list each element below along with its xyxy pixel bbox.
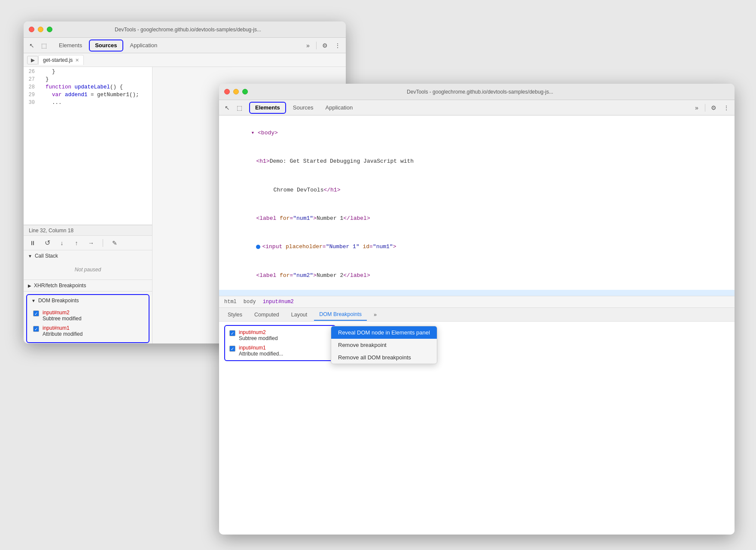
context-menu: Reveal DOM node in Elements panel Remove… bbox=[331, 326, 437, 364]
bottom-bp-panel: ✓ input#num2 Subtree modified ✓ input#nu… bbox=[219, 322, 735, 535]
bottom-bp-text-1: input#num1 Attribute modified... bbox=[239, 345, 283, 357]
tab-computed[interactable]: Computed bbox=[249, 309, 284, 321]
html-line-input2-selected[interactable]: <input placeholder="Number 2" id="num2">… bbox=[219, 290, 735, 296]
tab-bar-icons-back: ↖ ⬚ bbox=[27, 41, 49, 50]
breadcrumb-html[interactable]: html bbox=[224, 299, 237, 305]
tab-application-back[interactable]: Application bbox=[125, 40, 163, 52]
file-tab-get-started[interactable]: get-started.js ✕ bbox=[38, 55, 84, 65]
file-tab-close[interactable]: ✕ bbox=[75, 58, 79, 63]
tab-sources-back[interactable]: Sources bbox=[89, 40, 123, 52]
step-over-button[interactable]: ↺ bbox=[43, 238, 52, 248]
call-stack-header[interactable]: ▼ Call Stack bbox=[24, 250, 152, 261]
step-button[interactable]: → bbox=[86, 238, 96, 248]
devtools-window-front: DevTools - googlechrome.github.io/devtoo… bbox=[219, 84, 735, 535]
edit-breakpoints-button[interactable]: ✎ bbox=[110, 238, 119, 248]
breadcrumb-body[interactable]: body bbox=[244, 299, 256, 305]
elements-panel[interactable]: ▾ <body> <h1>Demo: Get Started Debugging… bbox=[219, 115, 735, 296]
tab-sources-front[interactable]: Sources bbox=[288, 102, 319, 114]
call-stack-triangle: ▼ bbox=[28, 254, 32, 258]
tab-dom-breakpoints[interactable]: DOM Breakpoints bbox=[314, 309, 367, 321]
dom-breakpoints-label-back: DOM Breakpoints bbox=[38, 298, 79, 304]
close-button[interactable] bbox=[29, 27, 34, 32]
dot-indicator-1 bbox=[256, 245, 260, 249]
code-line-26: 26 } bbox=[24, 69, 152, 76]
code-line-28: 28 function updateLabel() { bbox=[24, 84, 152, 92]
ctx-remove-all[interactable]: Remove all DOM breakpoints bbox=[331, 351, 437, 364]
kebab-icon-front[interactable]: ⋮ bbox=[722, 103, 731, 112]
status-text: Line 32, Column 18 bbox=[29, 228, 73, 234]
bottom-bp-checkbox-0[interactable]: ✓ bbox=[229, 330, 235, 336]
file-tab-bar: ▶ get-started.js ✕ bbox=[24, 53, 346, 67]
code-line-27: 27 } bbox=[24, 76, 152, 84]
xhr-breakpoints-section: ▶ XHR/fetch Breakpoints bbox=[24, 280, 152, 291]
html-line-label1: <label for="num1">Number 1</label> bbox=[224, 204, 729, 233]
dom-tri-back: ▼ bbox=[31, 298, 36, 303]
file-tab-label: get-started.js bbox=[43, 57, 73, 63]
more-tabs-icon-back[interactable]: » bbox=[303, 41, 313, 50]
debug-toolbar: ⏸ ↺ ↓ ↑ → ✎ bbox=[24, 235, 152, 250]
file-panel-toggle[interactable]: ▶ bbox=[27, 56, 38, 64]
bp-selector-1: input#num1 bbox=[43, 325, 70, 331]
code-line-29: 29 var addend1 = getNumber1(); bbox=[24, 92, 152, 100]
breadcrumb-input-num2[interactable]: input#num2 bbox=[263, 299, 294, 305]
call-stack-body: Not paused bbox=[24, 261, 152, 280]
xhr-triangle: ▶ bbox=[28, 283, 31, 288]
bp-checkbox-0[interactable]: ✓ bbox=[33, 310, 39, 316]
bottom-bp-desc-0: Subtree modified bbox=[239, 335, 278, 341]
code-editor[interactable]: 26 } 27 } 28 function updateLabel() { 29… bbox=[24, 67, 152, 225]
not-paused-text: Not paused bbox=[27, 263, 149, 276]
breadcrumb-bar: html body input#num2 bbox=[219, 296, 735, 308]
bottom-bp-item-1: ✓ input#num1 Attribute modified... bbox=[227, 343, 333, 359]
dom-breakpoints-body-back: ✓ input#num2 Subtree modified ✓ input#nu… bbox=[27, 306, 149, 342]
tab-bar-right-back: » ⚙ ⋮ bbox=[303, 41, 342, 50]
dom-breakpoints-highlight-front: ✓ input#num2 Subtree modified ✓ input#nu… bbox=[224, 325, 336, 361]
check-icon-0: ✓ bbox=[34, 311, 38, 316]
html-line-body: ▾ <body> bbox=[224, 119, 729, 147]
tab-styles[interactable]: Styles bbox=[223, 309, 247, 321]
check-icon-b0: ✓ bbox=[231, 331, 234, 336]
tab-more-bottom[interactable]: » bbox=[369, 309, 382, 321]
dom-breakpoints-highlight-back: ▼ DOM Breakpoints ✓ input#num2 Subtree m… bbox=[26, 294, 149, 343]
breakpoint-item-0: ✓ input#num2 Subtree modified bbox=[30, 308, 145, 323]
tab-bar-right-front: » ⚙ ⋮ bbox=[692, 103, 731, 112]
elements-content: ▾ <body> <h1>Demo: Get Started Debugging… bbox=[219, 115, 735, 535]
inspect-icon[interactable]: ⬚ bbox=[39, 41, 49, 50]
bp-selector-0: input#num2 bbox=[43, 310, 70, 316]
tab-elements-front[interactable]: Elements bbox=[249, 102, 286, 114]
step-into-button[interactable]: ↓ bbox=[57, 238, 67, 248]
bp-text-0: input#num2 Subtree modified bbox=[43, 310, 82, 322]
cursor-icon-front[interactable]: ↖ bbox=[223, 103, 232, 112]
breakpoint-item-1: ✓ input#num1 Attribute modified bbox=[30, 323, 145, 339]
kebab-icon-back[interactable]: ⋮ bbox=[333, 41, 342, 50]
bottom-bp-item-0: ✓ input#num2 Subtree modified bbox=[227, 328, 333, 343]
html-line-input1: <input placeholder="Number 1" id="num1"> bbox=[224, 233, 729, 261]
tab-bar-front: ↖ ⬚ Elements Sources Application » ⚙ ⋮ bbox=[219, 100, 735, 115]
xhr-label: XHR/fetch Breakpoints bbox=[34, 283, 86, 289]
bp-desc-1: Attribute modified bbox=[43, 331, 82, 337]
xhr-breakpoints-header[interactable]: ▶ XHR/fetch Breakpoints bbox=[24, 280, 152, 291]
bottom-bp-checkbox-1[interactable]: ✓ bbox=[229, 346, 235, 352]
settings-icon-front[interactable]: ⚙ bbox=[709, 103, 718, 112]
close-button-front[interactable] bbox=[224, 89, 230, 94]
step-out-button[interactable]: ↑ bbox=[72, 238, 81, 248]
cursor-icon[interactable]: ↖ bbox=[27, 41, 37, 50]
inspect-icon-front[interactable]: ⬚ bbox=[235, 103, 244, 112]
bp-checkbox-1[interactable]: ✓ bbox=[33, 326, 39, 332]
tab-layout[interactable]: Layout bbox=[286, 309, 313, 321]
pause-button[interactable]: ⏸ bbox=[28, 238, 37, 248]
bottom-bp-selector-1: input#num1 bbox=[239, 345, 266, 351]
status-bar: Line 32, Column 18 bbox=[24, 225, 152, 235]
bp-desc-0: Subtree modified bbox=[43, 316, 82, 322]
tab-application-front[interactable]: Application bbox=[320, 102, 358, 114]
window-title-back: DevTools - googlechrome.github.io/devtoo… bbox=[35, 27, 341, 33]
code-line-30: 30 ... bbox=[24, 100, 152, 107]
dom-breakpoints-header-back[interactable]: ▼ DOM Breakpoints bbox=[27, 295, 149, 306]
ctx-reveal-item[interactable]: Reveal DOM node in Elements panel bbox=[331, 326, 437, 339]
more-tabs-icon-front[interactable]: » bbox=[692, 103, 701, 112]
check-icon-1: ✓ bbox=[34, 327, 38, 331]
call-stack-section: ▼ Call Stack Not paused bbox=[24, 250, 152, 280]
tab-elements-back[interactable]: Elements bbox=[54, 40, 87, 52]
window-title-front: DevTools - googlechrome.github.io/devtoo… bbox=[231, 89, 729, 95]
ctx-remove-breakpoint[interactable]: Remove breakpoint bbox=[331, 339, 437, 351]
settings-icon-back[interactable]: ⚙ bbox=[320, 41, 329, 50]
